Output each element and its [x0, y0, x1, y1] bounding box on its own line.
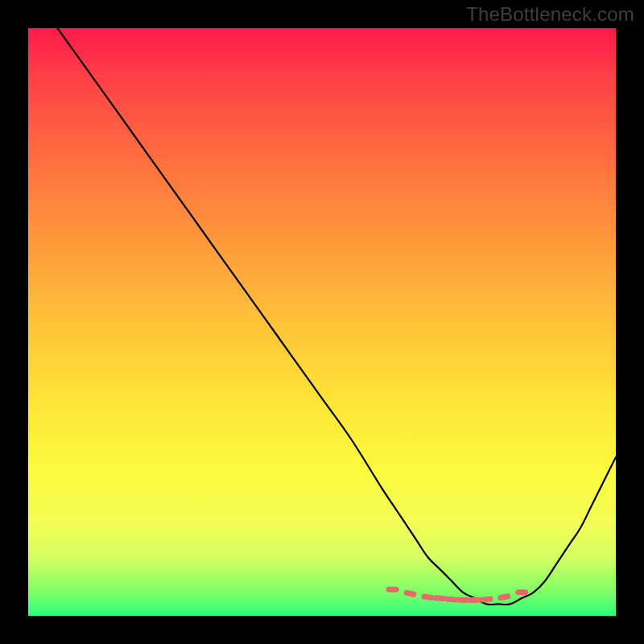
optimal-range-markers: [28, 28, 616, 616]
chart-container: TheBottleneck.com: [0, 0, 644, 644]
marker-dash: [456, 597, 469, 603]
marker-dash: [433, 595, 447, 602]
marker-dash: [403, 589, 417, 597]
marker-dash: [480, 596, 493, 603]
marker-dash: [421, 593, 435, 601]
marker-dash: [444, 596, 457, 602]
marker-dash: [386, 587, 399, 592]
marker-dash: [469, 597, 481, 603]
plot-area: [28, 28, 616, 616]
watermark-text: TheBottleneck.com: [466, 3, 634, 26]
marker-dash: [515, 589, 528, 595]
marker-dash: [497, 593, 511, 601]
